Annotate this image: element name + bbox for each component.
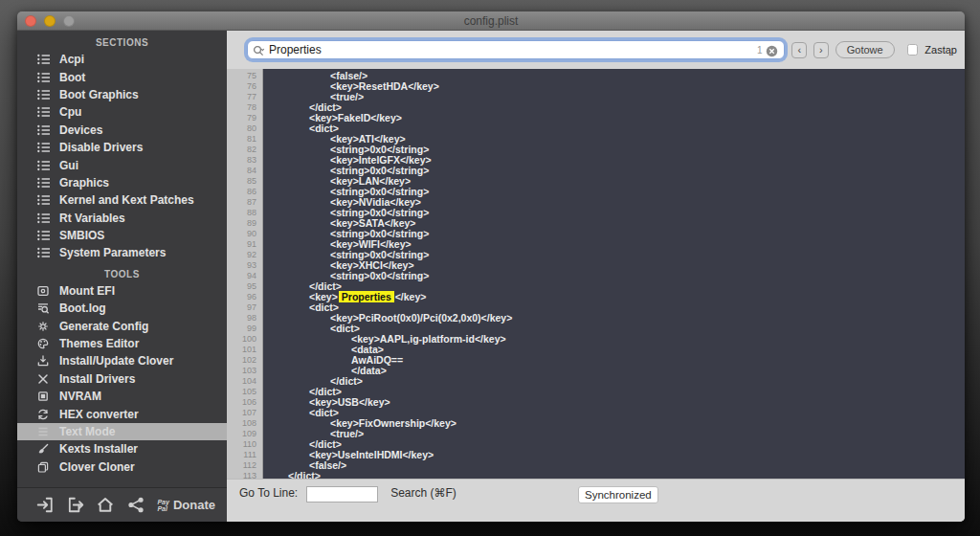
sidebar-item-boot-log[interactable]: Boot.log: [17, 300, 227, 317]
code-area[interactable]: <false/><key>ResetHDA</key><true/></dict…: [263, 69, 965, 479]
line-number: 94: [227, 271, 262, 281]
sidebar-item-themes-editor[interactable]: Themes Editor: [17, 335, 227, 352]
sidebar-item-graphics[interactable]: Graphics: [17, 174, 227, 191]
done-button[interactable]: Gotowe: [835, 41, 895, 58]
line-number: 77: [227, 92, 262, 102]
editor-line: <key>FixOwnership</key>: [263, 418, 965, 429]
bootlog-icon: [37, 302, 51, 314]
search-match-highlight: Properties: [339, 291, 394, 302]
search-icon: [253, 44, 265, 56]
line-number: 78: [227, 102, 262, 113]
sidebar-item-generate-config[interactable]: Generate Config: [17, 317, 227, 334]
plist-editor[interactable]: 7576777879808182838485868788899091929394…: [227, 69, 965, 479]
sidebar-item-label: Rt Variables: [59, 212, 125, 225]
find-previous-button[interactable]: ‹: [791, 42, 807, 58]
sidebar-item-label: Boot: [59, 71, 85, 84]
sidebar-item-smbios[interactable]: SMBIOS: [17, 227, 227, 244]
sidebar-item-clover-cloner[interactable]: Clover Cloner: [17, 458, 227, 476]
editor-line: <key>Properties</key>: [263, 292, 965, 302]
line-number: 80: [227, 123, 262, 134]
paypal-donate-button[interactable]: Pay Pal Donate: [157, 498, 215, 512]
minimize-button-icon[interactable]: [44, 15, 56, 27]
line-number: 102: [227, 355, 262, 366]
sidebar-item-label: SMBIOS: [59, 229, 104, 242]
synchronized-button[interactable]: Synchronized: [578, 486, 658, 503]
zoom-button-icon[interactable]: [63, 15, 75, 27]
sidebar-item-nvram[interactable]: NVRAM: [17, 388, 227, 405]
install-clover-icon: [37, 355, 51, 367]
editor-line: <true/>: [263, 92, 965, 102]
sidebar-item-label: System Parameters: [59, 246, 166, 259]
editor-line: </data>: [263, 366, 965, 376]
sidebar-item-label: Clover Cloner: [59, 460, 135, 474]
export-icon[interactable]: [67, 497, 84, 513]
clover-cloner-icon: [37, 461, 51, 473]
replace-checkbox[interactable]: [907, 44, 919, 56]
line-number: 107: [227, 408, 262, 418]
line-number: 88: [227, 208, 262, 218]
sidebar-item-disable-drivers[interactable]: Disable Drivers: [17, 139, 227, 156]
tools-list: Mount EFIBoot.logGenerate ConfigThemes E…: [17, 282, 227, 476]
sidebar-item-boot[interactable]: Boot: [17, 68, 227, 85]
home-icon[interactable]: [97, 497, 114, 513]
list-icon: [37, 72, 51, 83]
line-number: 109: [227, 429, 262, 439]
sidebar-item-kexts-installer[interactable]: Kexts Installer: [17, 440, 227, 458]
sidebar-item-label: NVRAM: [59, 390, 101, 403]
title-bar[interactable]: config.plist: [17, 11, 965, 31]
replace-label: Zastąp: [924, 44, 957, 56]
kexts-installer-icon: [37, 443, 51, 455]
clear-search-icon[interactable]: [766, 44, 778, 56]
sidebar: SECTIONS AcpiBootBoot GraphicsCpuDevices…: [17, 31, 227, 522]
window-title: config.plist: [464, 14, 519, 28]
goto-line-input[interactable]: [306, 486, 378, 502]
generate-config-icon: [37, 321, 51, 332]
sidebar-item-label: HEX converter: [59, 408, 139, 421]
line-number: 106: [227, 397, 262, 408]
line-number: 113: [227, 471, 262, 479]
sidebar-item-gui[interactable]: Gui: [17, 156, 227, 173]
sidebar-item-rt-variables[interactable]: Rt Variables: [17, 210, 227, 227]
line-number: 83: [227, 155, 262, 166]
sidebar-item-label: Boot Graphics: [59, 88, 139, 101]
donate-label: Donate: [173, 498, 215, 512]
sidebar-item-devices[interactable]: Devices: [17, 122, 227, 139]
sidebar-item-boot-graphics[interactable]: Boot Graphics: [17, 86, 227, 103]
sidebar-item-hex-converter[interactable]: HEX converter: [17, 405, 227, 422]
line-number: 105: [227, 387, 262, 397]
editor-line: <key>PciRoot(0x0)/Pci(0x2,0x0)</key>: [263, 313, 965, 324]
sidebar-item-install-update-clover[interactable]: Install/Update Clover: [17, 352, 227, 369]
line-number: 81: [227, 134, 262, 145]
share-icon[interactable]: [127, 497, 145, 513]
line-number: 82: [227, 145, 262, 155]
sidebar-item-cpu[interactable]: Cpu: [17, 103, 227, 121]
sidebar-item-acpi[interactable]: Acpi: [17, 51, 227, 68]
sidebar-item-install-drivers[interactable]: Install Drivers: [17, 370, 227, 388]
search-input[interactable]: Properties 1: [247, 40, 785, 59]
sidebar-item-text-mode[interactable]: Text Mode: [17, 423, 227, 440]
editor-line: </dict>: [263, 471, 965, 479]
line-number: 79: [227, 113, 262, 123]
sidebar-item-kernel-and-kext-patches[interactable]: Kernel and Kext Patches: [17, 191, 227, 209]
editor-line: <key>FakeID</key>: [263, 113, 965, 123]
find-next-button[interactable]: ›: [813, 42, 829, 58]
search-query-text: Properties: [269, 43, 753, 56]
list-icon: [37, 142, 51, 153]
match-count: 1: [757, 45, 763, 56]
sections-header: SECTIONS: [17, 31, 227, 51]
list-icon: [37, 124, 51, 136]
sidebar-item-label: Install/Update Clover: [59, 354, 173, 368]
close-button-icon[interactable]: [25, 15, 36, 27]
app-window: config.plist SECTIONS AcpiBootBoot Graph…: [17, 11, 965, 522]
line-number: 110: [227, 439, 262, 450]
sidebar-item-label: Text Mode: [59, 425, 115, 438]
sidebar-item-system-parameters[interactable]: System Parameters: [17, 244, 227, 261]
mount-efi-icon: [37, 285, 51, 297]
editor-line: <true/>: [263, 429, 965, 439]
line-number-gutter: 7576777879808182838485868788899091929394…: [227, 69, 263, 479]
line-number: 85: [227, 176, 262, 187]
sections-list: AcpiBootBoot GraphicsCpuDevicesDisable D…: [17, 51, 227, 262]
editor-line: </dict>: [263, 376, 965, 387]
sidebar-item-mount-efi[interactable]: Mount EFI: [17, 282, 227, 300]
import-icon[interactable]: [36, 497, 54, 513]
